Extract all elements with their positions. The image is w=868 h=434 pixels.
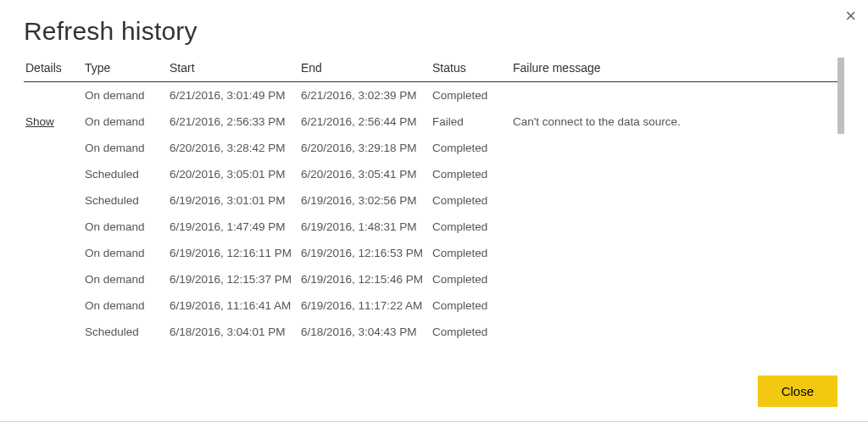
- cell-status: Completed: [431, 319, 511, 345]
- cell-end: 6/21/2016, 2:56:44 PM: [299, 108, 431, 135]
- col-end: End: [299, 58, 431, 82]
- cell-status: Completed: [431, 161, 511, 187]
- table-row: On demand6/21/2016, 3:01:49 PM6/21/2016,…: [24, 82, 844, 109]
- table-row: On demand6/19/2016, 11:16:41 AM6/19/2016…: [24, 292, 844, 319]
- col-status: Status: [431, 58, 511, 82]
- divider: [0, 421, 868, 422]
- cell-start: 6/20/2016, 3:05:01 PM: [168, 161, 299, 187]
- cell-status: Completed: [431, 214, 511, 240]
- col-type: Type: [83, 58, 168, 82]
- cell-details: [24, 135, 83, 161]
- cell-failure: [511, 319, 844, 345]
- cell-start: 6/19/2016, 11:16:41 AM: [168, 292, 299, 319]
- cell-end: 6/19/2016, 12:16:53 PM: [299, 240, 431, 266]
- cell-failure: [511, 266, 844, 292]
- table-row: Scheduled6/20/2016, 3:05:01 PM6/20/2016,…: [24, 161, 844, 187]
- cell-failure: [511, 292, 844, 319]
- cell-type: On demand: [83, 240, 168, 266]
- cell-details: [24, 214, 83, 240]
- cell-details: [24, 187, 83, 214]
- cell-type: Scheduled: [83, 187, 168, 214]
- cell-start: 6/21/2016, 2:56:33 PM: [168, 108, 299, 135]
- cell-failure: [511, 135, 844, 161]
- table-row: On demand6/19/2016, 12:15:37 PM6/19/2016…: [24, 266, 844, 292]
- close-icon[interactable]: ×: [845, 7, 856, 25]
- refresh-history-dialog: × Refresh history Details Type Start End…: [0, 0, 868, 434]
- table-row: On demand6/20/2016, 3:28:42 PM6/20/2016,…: [24, 135, 844, 161]
- cell-type: Scheduled: [83, 161, 168, 187]
- cell-start: 6/19/2016, 12:16:11 PM: [168, 240, 299, 266]
- cell-start: 6/19/2016, 1:47:49 PM: [168, 214, 299, 240]
- cell-start: 6/21/2016, 3:01:49 PM: [168, 82, 299, 109]
- cell-type: Scheduled: [83, 319, 168, 345]
- cell-end: 6/20/2016, 3:29:18 PM: [299, 135, 431, 161]
- cell-status: Completed: [431, 135, 511, 161]
- cell-details: [24, 82, 83, 109]
- cell-status: Completed: [431, 187, 511, 214]
- cell-status: Completed: [431, 292, 511, 319]
- dialog-title: Refresh history: [24, 17, 844, 46]
- table-row: Scheduled6/19/2016, 3:01:01 PM6/19/2016,…: [24, 187, 844, 214]
- cell-failure: [511, 214, 844, 240]
- table-row: Scheduled6/18/2016, 3:04:01 PM6/18/2016,…: [24, 319, 844, 345]
- cell-type: On demand: [83, 108, 168, 135]
- col-details: Details: [24, 58, 83, 82]
- cell-status: Completed: [431, 240, 511, 266]
- history-table-wrap: Details Type Start End Status Failure me…: [24, 58, 844, 345]
- history-table: Details Type Start End Status Failure me…: [24, 58, 844, 345]
- cell-failure: Can't connect to the data source.: [511, 108, 844, 135]
- cell-type: On demand: [83, 292, 168, 319]
- cell-failure: [511, 161, 844, 187]
- cell-failure: [511, 82, 844, 109]
- dialog-footer: Close: [758, 376, 837, 407]
- cell-type: On demand: [83, 135, 168, 161]
- table-row: ShowOn demand6/21/2016, 2:56:33 PM6/21/2…: [24, 108, 844, 135]
- cell-details: [24, 266, 83, 292]
- cell-start: 6/19/2016, 12:15:37 PM: [168, 266, 299, 292]
- cell-start: 6/18/2016, 3:04:01 PM: [168, 319, 299, 345]
- cell-end: 6/19/2016, 12:15:46 PM: [299, 266, 431, 292]
- table-row: On demand6/19/2016, 1:47:49 PM6/19/2016,…: [24, 214, 844, 240]
- cell-end: 6/21/2016, 3:02:39 PM: [299, 82, 431, 109]
- cell-end: 6/18/2016, 3:04:43 PM: [299, 319, 431, 345]
- close-button[interactable]: Close: [758, 376, 837, 407]
- show-details-link[interactable]: Show: [25, 115, 54, 128]
- cell-type: On demand: [83, 82, 168, 109]
- cell-start: 6/19/2016, 3:01:01 PM: [168, 187, 299, 214]
- table-header-row: Details Type Start End Status Failure me…: [24, 58, 844, 82]
- table-row: On demand6/19/2016, 12:16:11 PM6/19/2016…: [24, 240, 844, 266]
- cell-status: Failed: [431, 108, 511, 135]
- cell-details: [24, 240, 83, 266]
- cell-type: On demand: [83, 214, 168, 240]
- col-failure: Failure message: [511, 58, 844, 82]
- cell-start: 6/20/2016, 3:28:42 PM: [168, 135, 299, 161]
- vertical-scrollbar[interactable]: [837, 58, 844, 134]
- cell-failure: [511, 187, 844, 214]
- cell-end: 6/19/2016, 11:17:22 AM: [299, 292, 431, 319]
- cell-end: 6/19/2016, 3:02:56 PM: [299, 187, 431, 214]
- cell-details[interactable]: Show: [24, 108, 83, 135]
- col-start: Start: [168, 58, 299, 82]
- cell-end: 6/19/2016, 1:48:31 PM: [299, 214, 431, 240]
- cell-status: Completed: [431, 266, 511, 292]
- cell-end: 6/20/2016, 3:05:41 PM: [299, 161, 431, 187]
- cell-failure: [511, 240, 844, 266]
- cell-type: On demand: [83, 266, 168, 292]
- cell-status: Completed: [431, 82, 511, 109]
- cell-details: [24, 292, 83, 319]
- cell-details: [24, 161, 83, 187]
- cell-details: [24, 319, 83, 345]
